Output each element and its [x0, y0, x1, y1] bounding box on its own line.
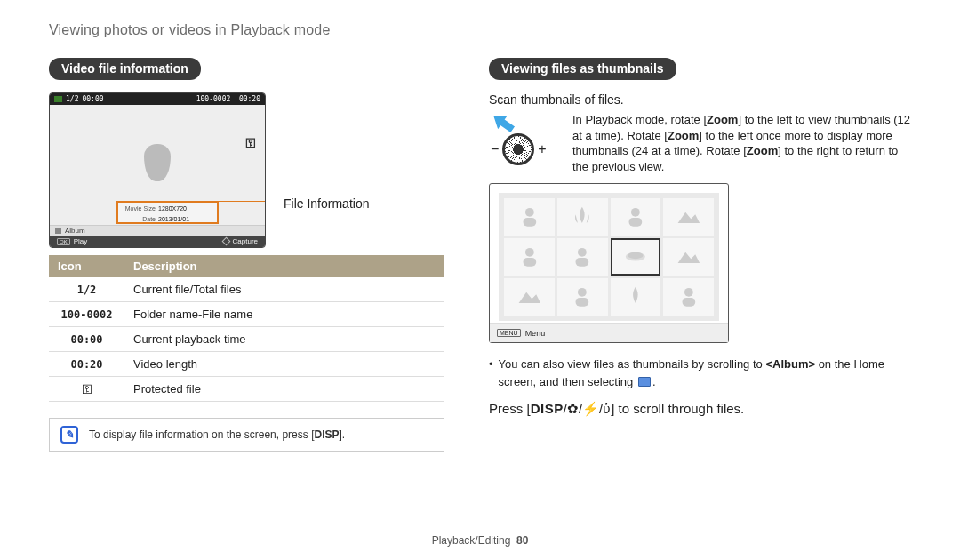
thumb-cell [611, 278, 661, 316]
menu-button-icon: MENU [497, 329, 521, 337]
thumb-cell [504, 198, 555, 236]
svg-point-9 [628, 252, 643, 259]
info-row-value: 1280X720 [158, 204, 187, 214]
album-icon [55, 228, 61, 234]
page-title: Viewing photos or videos in Playback mod… [49, 22, 916, 38]
info-row-label: Movie Size [122, 204, 156, 214]
svg-rect-11 [576, 298, 589, 307]
lcd-length: 00:20 [239, 95, 260, 103]
thumb-menu-label: Menu [525, 329, 546, 338]
info-row-value: 2013/01/01 [158, 214, 189, 224]
album-tile-icon [638, 377, 651, 387]
page-footer: Playback/Editing 80 [0, 534, 960, 547]
capture-label: Capture [233, 237, 258, 245]
section-thumbnails: Viewing files as thumbnails [489, 58, 676, 80]
thumb-cell [557, 238, 608, 276]
table-row: 00:00Current playback time [49, 327, 444, 352]
icon-table: Icon Description 1/2Current file/Total f… [49, 255, 444, 402]
key-icon: ⚿ [49, 377, 124, 402]
file-info-box: Movie Size1280X720 Date2013/01/01 [116, 201, 219, 224]
svg-point-0 [524, 208, 533, 217]
svg-rect-13 [682, 298, 695, 307]
th-desc: Description [124, 255, 444, 277]
thumb-cell [504, 238, 555, 276]
svg-point-6 [578, 248, 587, 257]
minus-icon: − [491, 142, 499, 156]
section-video-info: Video file information [49, 58, 201, 80]
note-icon: ✎ [60, 426, 78, 444]
svg-rect-7 [576, 258, 589, 267]
table-row: ⚿Protected file [49, 377, 444, 402]
thumb-cell-selected [611, 238, 661, 276]
zoom-dial-icon [502, 133, 534, 165]
play-label: Play [74, 237, 88, 245]
thumb-cell [663, 238, 714, 276]
zoom-diagram: − + [489, 112, 560, 171]
info-note: ✎ To display file information on the scr… [49, 418, 444, 452]
capture-icon [221, 237, 230, 246]
thumbnails-intro: Scan thumbnails of files. [489, 92, 916, 107]
note-text: To display file information on the scree… [89, 428, 345, 441]
svg-rect-5 [523, 258, 536, 267]
table-row: 00:20Video length [49, 352, 444, 377]
lcd-fileno: 100-0002 [196, 95, 231, 103]
leader-line [218, 201, 266, 202]
ok-button-icon: OK [57, 238, 70, 245]
file-info-caption: File Information [284, 196, 369, 211]
zoom-instructions: In Playback mode, rotate [Zoom] to the l… [572, 112, 916, 174]
svg-point-4 [524, 248, 533, 257]
svg-rect-3 [629, 218, 643, 227]
thumbnail-lcd: MENU Menu [489, 183, 729, 343]
thumb-cell [611, 198, 661, 236]
scroll-instruction: Press [DISP/✿/⚡/ὐ] to scroll through fil… [489, 401, 916, 417]
svg-rect-1 [523, 218, 536, 227]
lcd-preview: ⚿ Movie Size1280X720 Date2013/01/01 [50, 105, 265, 225]
svg-point-12 [684, 288, 693, 297]
svg-point-10 [578, 288, 587, 297]
thumb-cell [557, 198, 608, 236]
table-row: 100-0002Folder name-File name [49, 302, 444, 327]
svg-point-2 [631, 208, 640, 217]
video-lcd: 1/2 00:00 100-0002 00:20 ⚿ Movie Size128… [49, 92, 266, 248]
plus-icon: + [538, 142, 546, 156]
thumb-cell [504, 278, 555, 316]
table-row: 1/2Current file/Total files [49, 277, 444, 302]
lcd-time: 00:00 [82, 95, 103, 103]
video-icon [54, 96, 62, 102]
thumb-cell [663, 198, 714, 236]
thumb-cell [557, 278, 608, 316]
th-icon: Icon [49, 255, 124, 277]
lcd-index: 1/2 [66, 95, 78, 103]
info-row-label: Date [122, 214, 156, 224]
bullet-item: You can also view files as thumbnails by… [489, 356, 916, 390]
album-label: Album [65, 227, 85, 235]
protected-icon: ⚿ [245, 137, 256, 149]
thumb-cell [663, 278, 714, 316]
